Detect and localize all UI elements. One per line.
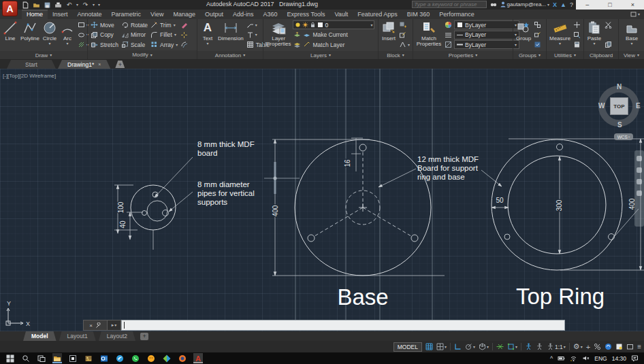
ribbon-tab-express-tools[interactable]: Express Tools: [283, 10, 330, 19]
base-view-button[interactable]: Base ▾: [624, 20, 640, 51]
viewport-controls[interactable]: [-][Top][2D Wireframe]: [3, 73, 56, 79]
user-dropdown-icon[interactable]: ▾: [547, 3, 549, 7]
tab-layout2[interactable]: Layout2: [99, 331, 135, 341]
wcs-menu[interactable]: WCS▾: [614, 133, 633, 140]
arc-dropdown-icon[interactable]: ▾: [67, 42, 69, 46]
quick-calc-button[interactable]: [573, 40, 581, 49]
undo-icon[interactable]: ↶: [65, 1, 73, 9]
fillet-dropdown-icon[interactable]: ▾: [174, 33, 176, 37]
panel-label-draw[interactable]: Draw▾: [0, 51, 87, 59]
ribbon-tab-output[interactable]: Output: [200, 10, 228, 19]
close-button[interactable]: ×: [624, 1, 641, 8]
tray-clock[interactable]: 14:30: [612, 355, 626, 362]
paste-dropdown-icon[interactable]: ▾: [593, 42, 595, 46]
navigation-bar[interactable]: [634, 150, 644, 227]
base-title[interactable]: Base: [337, 284, 388, 310]
battery-icon[interactable]: [558, 354, 565, 362]
match-properties-button[interactable]: Match Properties: [415, 20, 442, 51]
a360-icon[interactable]: ▲: [560, 1, 566, 8]
taskbar-icon-outlook[interactable]: [99, 353, 109, 363]
snap-mode-toggle[interactable]: ▾: [436, 343, 447, 350]
ribbon-tab-manage[interactable]: Manage: [168, 10, 200, 19]
taskbar-icon-firefox[interactable]: [178, 353, 187, 363]
layer-properties-button[interactable]: Layer Properties: [265, 20, 291, 51]
undo-dropdown-icon[interactable]: ▾: [76, 3, 78, 7]
text-dropdown-icon[interactable]: ▾: [206, 42, 208, 46]
object-snap-tracking-toggle[interactable]: [496, 343, 504, 350]
support-ring-note[interactable]: 12 mm thick MDF Board for support ring a…: [379, 155, 502, 187]
taskbar-icon-whatsapp[interactable]: [131, 353, 140, 363]
minimize-button[interactable]: –: [579, 1, 596, 8]
rotate-button[interactable]: Rotate: [120, 20, 148, 29]
group-button[interactable]: Group: [515, 20, 532, 51]
workspace-switching-button[interactable]: ⚙▾: [573, 342, 583, 351]
model-space[interactable]: 100 40 8 mm thick MDF board 8 mm diamete…: [0, 69, 644, 331]
ribbon-tab-annotate[interactable]: Annotate: [73, 10, 107, 19]
hardware-acceleration-button[interactable]: [605, 343, 612, 350]
volume-muted-icon[interactable]: [582, 354, 590, 362]
ribbon-tab-a360[interactable]: A360: [259, 10, 283, 19]
new-drawing-tab-button[interactable]: +: [115, 61, 125, 68]
ribbon-tab-home[interactable]: Home: [22, 10, 48, 19]
circle-dropdown-icon[interactable]: ▾: [49, 42, 51, 46]
ribbon-tab-view[interactable]: View: [146, 10, 168, 19]
ribbon-tab-performance[interactable]: Performance: [434, 10, 479, 19]
polyline-button[interactable]: Polyline: [20, 20, 40, 51]
clean-screen-button[interactable]: [626, 343, 634, 350]
line-button[interactable]: Line: [2, 20, 18, 51]
help-icon[interactable]: ?: [570, 1, 573, 8]
maximize-button[interactable]: □: [602, 1, 618, 8]
note2-line3[interactable]: supports: [197, 198, 227, 206]
linetype-dropdown[interactable]: ByLayer▾: [454, 31, 519, 39]
viewcube-north[interactable]: N: [617, 83, 622, 90]
new-layout-button[interactable]: +: [140, 333, 148, 340]
erase-button[interactable]: [180, 20, 189, 29]
panel-label-block[interactable]: Block▾: [379, 51, 413, 59]
ribbon-tab-bim360[interactable]: BIM 360: [402, 10, 435, 19]
osnap-dropdown-icon[interactable]: ▾: [515, 345, 517, 349]
application-menu-button[interactable]: A: [2, 1, 18, 16]
fillet-button[interactable]: Fillet▾: [150, 31, 178, 39]
make-current-button[interactable]: Make Current: [293, 31, 376, 39]
insert-button[interactable]: Insert: [381, 20, 397, 51]
command-line-dock[interactable]: × ▸▾: [83, 320, 565, 331]
recent-commands-button[interactable]: ▸▾: [108, 320, 121, 331]
isolate-lock-button[interactable]: [615, 343, 623, 350]
new-file-icon[interactable]: [22, 1, 29, 9]
annotation-monitor-button[interactable]: +: [586, 343, 590, 351]
lineweight-dropdown[interactable]: ByLayer▾: [454, 40, 519, 49]
measure-dropdown-icon[interactable]: ▾: [559, 42, 561, 46]
exchange-apps-icon[interactable]: X: [553, 1, 557, 8]
command-customize-wrench-icon[interactable]: [95, 322, 101, 329]
tray-language[interactable]: ENG: [594, 355, 607, 362]
id-point-button[interactable]: [573, 20, 581, 29]
layer-dropdown[interactable]: 0 ▾: [293, 20, 374, 29]
note3-line2[interactable]: Board for support: [417, 164, 479, 172]
dim-ring-inner[interactable]: 300: [556, 199, 563, 211]
panel-label-annotation[interactable]: Annotation▾: [197, 51, 263, 59]
taskbar-icon-file-explorer[interactable]: [52, 353, 62, 363]
redo-dropdown-icon[interactable]: ▾: [93, 3, 95, 7]
move-button[interactable]: Move: [90, 20, 119, 29]
match-layer-button[interactable]: Match Layer: [293, 40, 376, 49]
command-close-icon[interactable]: ×: [89, 322, 93, 329]
file-tab-drawing1[interactable]: Drawing1*×: [58, 60, 110, 69]
viewcube-top-face[interactable]: TOP: [610, 97, 628, 115]
file-tab-start[interactable]: Start: [7, 60, 56, 69]
full-navigation-wheel-icon[interactable]: [637, 156, 642, 161]
open-file-icon[interactable]: [33, 1, 40, 9]
create-block-button[interactable]: [398, 20, 410, 29]
ribbon-tab-featured-apps[interactable]: Featured Apps: [353, 10, 402, 19]
ribbon-collapse-control[interactable]: ▾: [630, 10, 640, 19]
dim-base-diameter[interactable]: 400: [272, 205, 279, 216]
ribbon-tab-vault[interactable]: Vault: [329, 10, 353, 19]
action-center-icon[interactable]: [631, 354, 639, 362]
zoom-icon[interactable]: [637, 179, 642, 184]
plot-icon[interactable]: [54, 1, 62, 9]
array-button[interactable]: Array▾: [150, 40, 178, 49]
command-input[interactable]: [121, 320, 565, 331]
snap-dropdown-icon[interactable]: ▾: [445, 345, 447, 349]
measure-button[interactable]: Measure ▾: [549, 20, 571, 51]
plate-notes[interactable]: 8 mm thick MDF board 8 mm diameter pipes…: [197, 140, 255, 206]
viewcube-east[interactable]: E: [636, 102, 641, 110]
